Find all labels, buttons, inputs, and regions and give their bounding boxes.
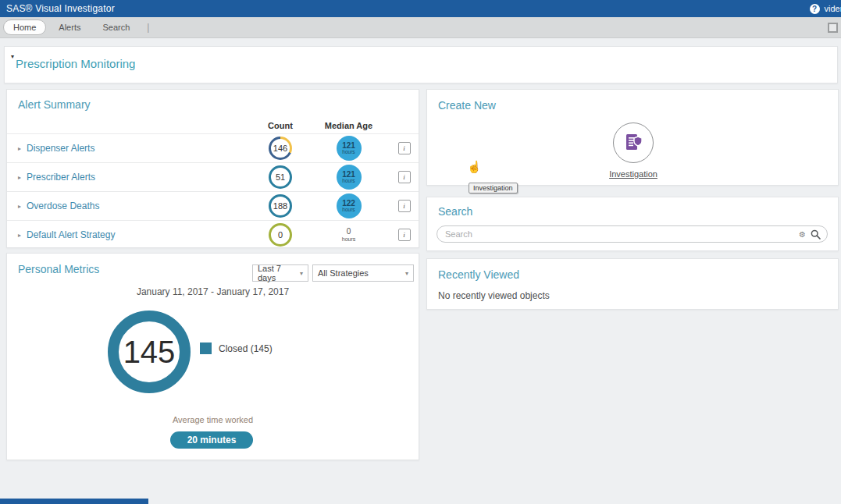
date-range-label: January 11, 2017 - January 17, 2017 [7, 286, 419, 297]
personal-metrics-title: Personal Metrics [18, 263, 99, 275]
alert-summary-title: Alert Summary [18, 98, 91, 111]
user-menu[interactable]: videmo [825, 4, 841, 13]
median-age-bubble: 121 hours [337, 165, 362, 190]
alert-summary-column-headers: Count Median Age [7, 118, 419, 133]
chart-legend: Closed (145) [200, 343, 273, 354]
average-time-badge: 20 minutes [170, 431, 253, 449]
page-title-caret-icon[interactable]: ▾ [11, 53, 14, 60]
column-header-count: Count [253, 121, 308, 130]
app-window: SAS® Visual Investigator ? videmo Home A… [0, 0, 841, 504]
closed-alerts-donut-chart: 145 [108, 311, 191, 393]
bottom-taskbar-strip [0, 499, 148, 504]
alert-summary-rows: ▸ Dispenser Alerts 146 121 hours i [7, 133, 419, 248]
row-label[interactable]: Overdose Deaths [27, 201, 99, 211]
personal-metrics-panel: Personal Metrics Last 7 days ▾ All Strat… [6, 253, 419, 460]
legend-label-closed: Closed (145) [219, 343, 273, 354]
chevron-down-icon: ▾ [300, 270, 303, 277]
expand-caret-icon[interactable]: ▸ [18, 203, 21, 210]
search-options-gear-icon[interactable]: ⚙ [799, 230, 806, 239]
row-label[interactable]: Default Alert Strategy [27, 229, 115, 240]
info-icon[interactable]: i [398, 200, 411, 212]
search-panel-title: Search [438, 205, 472, 218]
window-icon[interactable] [828, 23, 838, 33]
page-header-panel: ▾ Prescription Monitoring [4, 46, 838, 83]
create-new-title: Create New [438, 99, 496, 112]
count-ring: 0 [269, 223, 292, 247]
topbar-right-group: ? videmo [810, 0, 841, 17]
pointer-cursor-icon: ☝ [467, 160, 482, 174]
recently-viewed-empty-text: No recently viewed objects [438, 290, 550, 301]
strategy-dropdown[interactable]: All Strategies ▾ [312, 264, 414, 282]
app-title: SAS® Visual Investigator [0, 3, 115, 14]
help-icon[interactable]: ? [810, 4, 820, 14]
investigation-tooltip: Investigation [469, 183, 518, 193]
page-title[interactable]: Prescription Monitoring [16, 57, 135, 70]
create-investigation-button[interactable]: Investigation [610, 122, 657, 179]
median-age-bubble: 122 hours [337, 193, 362, 218]
tab-home[interactable]: Home [3, 20, 46, 35]
median-age-plain: 0 hours [342, 227, 356, 243]
tab-divider: | [147, 22, 149, 33]
tab-bar: Home Alerts Search | [0, 17, 841, 38]
table-row-default-alert-strategy[interactable]: ▸ Default Alert Strategy 0 0 hours i [7, 220, 419, 248]
column-header-median-age: Median Age [308, 121, 390, 130]
count-ring: 51 [269, 165, 292, 189]
application-bar: SAS® Visual Investigator ? videmo [0, 0, 841, 17]
info-icon[interactable]: i [398, 229, 411, 241]
table-row-prescriber-alerts[interactable]: ▸ Prescriber Alerts 51 121 hours i [7, 162, 419, 191]
tab-search[interactable]: Search [93, 20, 139, 34]
chevron-down-icon: ▾ [405, 270, 408, 277]
legend-swatch-closed [200, 343, 212, 354]
table-row-overdose-deaths[interactable]: ▸ Overdose Deaths 188 122 hours i [7, 191, 419, 220]
row-label[interactable]: Dispenser Alerts [27, 143, 94, 154]
create-new-panel: Create New Investigation [426, 89, 839, 186]
count-ring: 146 [269, 137, 292, 160]
expand-caret-icon[interactable]: ▸ [18, 232, 21, 239]
search-input-wrap: ⚙ [437, 225, 828, 243]
average-time-label: Average time worked [7, 415, 419, 424]
alert-summary-panel: Alert Summary Count Median Age ▸ Dispens… [6, 89, 419, 248]
info-icon[interactable]: i [398, 142, 411, 154]
table-row-dispenser-alerts[interactable]: ▸ Dispenser Alerts 146 121 hours i [7, 133, 419, 162]
expand-caret-icon[interactable]: ▸ [18, 145, 21, 152]
investigation-link[interactable]: Investigation [609, 169, 657, 179]
info-icon[interactable]: i [398, 171, 411, 183]
search-input[interactable] [444, 229, 799, 240]
recently-viewed-title: Recently Viewed [438, 268, 519, 281]
investigation-icon[interactable] [613, 122, 654, 163]
donut-center-value: 145 [123, 335, 176, 370]
recently-viewed-panel: Recently Viewed No recently viewed objec… [426, 258, 839, 310]
row-label[interactable]: Prescriber Alerts [27, 172, 95, 183]
search-magnifier-icon[interactable] [811, 229, 821, 240]
count-ring: 188 [269, 194, 292, 218]
time-range-dropdown[interactable]: Last 7 days ▾ [252, 264, 308, 282]
search-panel: Search ⚙ [426, 197, 839, 251]
tab-alerts[interactable]: Alerts [49, 20, 90, 34]
median-age-bubble: 121 hours [337, 136, 362, 161]
expand-caret-icon[interactable]: ▸ [18, 174, 21, 181]
